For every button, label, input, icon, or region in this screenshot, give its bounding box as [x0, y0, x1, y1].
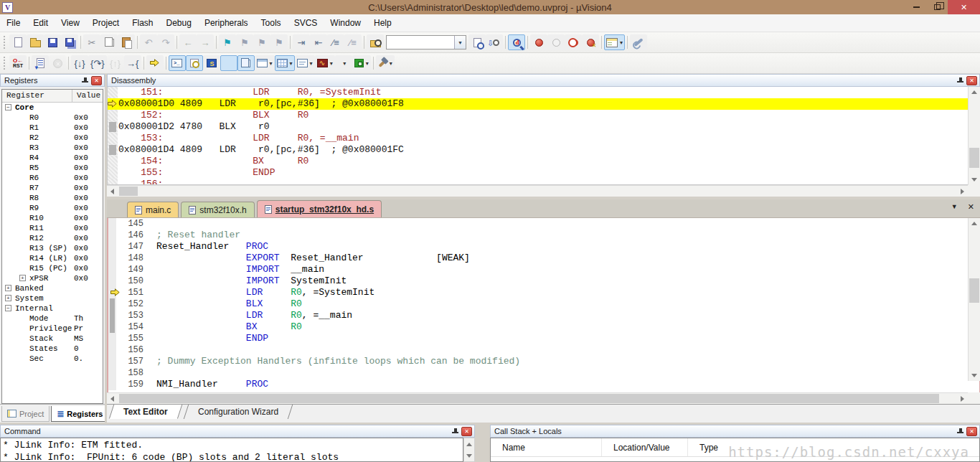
call-stack-close-button[interactable]: [966, 427, 977, 436]
scroll-left-button[interactable]: [107, 186, 118, 197]
register-row[interactable]: ModeTh: [2, 314, 103, 324]
tree-expander-icon[interactable]: −: [5, 305, 11, 311]
undo-button[interactable]: ↶: [140, 34, 157, 50]
editor-line[interactable]: 159NMI_Handler PROC: [108, 379, 979, 390]
register-row[interactable]: −Core: [2, 103, 103, 113]
disassembly-line[interactable]: 155: ENDP: [108, 167, 979, 179]
register-row[interactable]: R00x0: [2, 113, 103, 123]
disassembly-close-button[interactable]: [966, 76, 977, 85]
command-output[interactable]: * JLink Info: ETM fitted.* JLink Info: F…: [0, 438, 463, 462]
command-vscrollbar[interactable]: [463, 438, 475, 462]
document-tab-main.c[interactable]: main.c: [127, 202, 179, 217]
menu-item-peripherals[interactable]: Peripherals: [198, 15, 255, 31]
insert-remove-breakpoint-button[interactable]: [530, 34, 547, 50]
menu-item-tools[interactable]: Tools: [255, 15, 288, 31]
register-row[interactable]: Sec0.: [2, 354, 103, 364]
copy-button[interactable]: [100, 34, 118, 50]
new-file-button[interactable]: [9, 34, 27, 50]
scroll-thumb[interactable]: [969, 148, 979, 168]
register-row[interactable]: R60x0: [2, 173, 103, 183]
register-row[interactable]: R110x0: [2, 223, 103, 233]
chevron-down-icon[interactable]: ▼: [454, 36, 466, 49]
pin-icon[interactable]: [451, 428, 458, 435]
editor-line[interactable]: 158: [108, 367, 979, 379]
kill-all-breakpoints-button[interactable]: [582, 34, 599, 50]
register-row[interactable]: R90x0: [2, 203, 103, 213]
register-row[interactable]: R40x0: [2, 153, 103, 163]
system-viewer-button[interactable]: ▾: [352, 55, 371, 71]
pin-icon[interactable]: [956, 77, 963, 85]
editor-line[interactable]: 150 IMPORT SystemInit: [108, 275, 979, 287]
editor-line[interactable]: 149 IMPORT __main: [108, 264, 979, 275]
comment-selection-button[interactable]: ∕≡: [327, 34, 344, 50]
editor-line[interactable]: 146; Reset handler: [108, 230, 979, 241]
register-row[interactable]: +xPSR0x0: [2, 273, 103, 283]
editor-hscrollbar[interactable]: [107, 392, 968, 404]
register-row[interactable]: R120x0: [2, 233, 103, 243]
chevron-down-icon[interactable]: ▾: [366, 60, 369, 67]
navigate-forward-button[interactable]: →: [197, 34, 214, 50]
chevron-down-icon[interactable]: ▾: [620, 39, 623, 46]
save-button[interactable]: [44, 34, 61, 50]
menu-item-svcs[interactable]: SVCS: [288, 15, 324, 31]
chevron-down-icon[interactable]: ▾: [343, 60, 346, 67]
disable-all-breakpoints-button[interactable]: [565, 34, 582, 50]
editor-line[interactable]: 157; Dummy Exception Handlers (infinite …: [108, 356, 979, 367]
save-all-button[interactable]: [61, 34, 78, 50]
tab-registers[interactable]: ≣Registers: [51, 406, 108, 422]
configure-target-button[interactable]: [630, 34, 647, 50]
document-list-dropdown[interactable]: ▼: [951, 203, 958, 212]
call-stack-window-button[interactable]: [237, 55, 255, 71]
indent-button[interactable]: ⇥: [293, 34, 310, 50]
scroll-thumb[interactable]: [119, 394, 939, 403]
step-into-button[interactable]: {↓}: [71, 55, 88, 71]
register-row[interactable]: R10x0: [2, 123, 103, 133]
scroll-right-button[interactable]: [957, 186, 968, 197]
disassembly-window-button[interactable]: [186, 55, 203, 71]
scroll-right-button[interactable]: [957, 393, 968, 404]
disassembly-line[interactable]: 153: LDR R0, =__main: [108, 133, 979, 144]
register-row[interactable]: R20x0: [2, 133, 103, 143]
trace-windows-button[interactable]: ▾: [335, 55, 352, 71]
register-row[interactable]: +Banked: [2, 283, 103, 293]
pin-icon[interactable]: [81, 77, 88, 85]
window-layout-button[interactable]: ▾: [604, 34, 625, 50]
command-window-button[interactable]: [169, 55, 186, 71]
find-combo-box[interactable]: ▼: [386, 35, 466, 50]
column-header-location-value[interactable]: Location/Value: [602, 438, 688, 456]
minimize-button[interactable]: [906, 0, 927, 14]
editor-line[interactable]: 147Reset_Handler PROC: [108, 241, 979, 253]
register-row[interactable]: R13 (SP)0x0: [2, 243, 103, 253]
reset-cpu-button[interactable]: O←RST: [9, 55, 27, 71]
menu-item-edit[interactable]: Edit: [27, 15, 55, 31]
editor-line[interactable]: 148 EXPORT Reset_Handler [WEAK]: [108, 253, 979, 264]
editor-line[interactable]: 151 LDR R0, =SystemInit: [108, 287, 979, 298]
stop-button[interactable]: [49, 55, 66, 71]
clear-all-bookmarks-button[interactable]: ⚑: [270, 34, 288, 50]
document-tab-startup_stm32f10x_hd.s[interactable]: startup_stm32f10x_hd.s: [257, 200, 382, 217]
find-in-files-button[interactable]: [367, 34, 384, 50]
tree-expander-icon[interactable]: +: [5, 285, 11, 291]
menu-item-debug[interactable]: Debug: [160, 15, 198, 31]
editor-line[interactable]: 145: [108, 218, 979, 230]
chevron-down-icon[interactable]: ▾: [390, 60, 392, 67]
disassembly-line[interactable]: 156:: [108, 179, 979, 185]
close-document-button[interactable]: ✕: [968, 203, 974, 212]
insert-bookmark-button[interactable]: ⚑: [219, 34, 236, 50]
uncomment-selection-button[interactable]: ∕≡: [344, 34, 362, 50]
column-header-name[interactable]: Name: [491, 438, 602, 456]
disassembly-line[interactable]: 0x080001D0 4809 LDR r0,[pc,#36] ; @0x080…: [108, 98, 979, 110]
paste-button[interactable]: [118, 34, 135, 50]
show-next-statement-button[interactable]: [146, 55, 164, 71]
toolbar-grip[interactable]: [4, 36, 7, 49]
scroll-thumb[interactable]: [119, 187, 138, 196]
editor-vscrollbar[interactable]: [968, 218, 980, 381]
register-row[interactable]: R100x0: [2, 213, 103, 223]
registers-close-button[interactable]: [91, 76, 102, 85]
serial-windows-button[interactable]: [203, 55, 220, 71]
disassembly-line[interactable]: 154: BX R0: [108, 156, 979, 167]
open-file-button[interactable]: [27, 34, 44, 50]
find-in-files-dialog-button[interactable]: [468, 34, 486, 50]
register-row[interactable]: R80x0: [2, 193, 103, 203]
registers-window-button[interactable]: [220, 55, 237, 71]
